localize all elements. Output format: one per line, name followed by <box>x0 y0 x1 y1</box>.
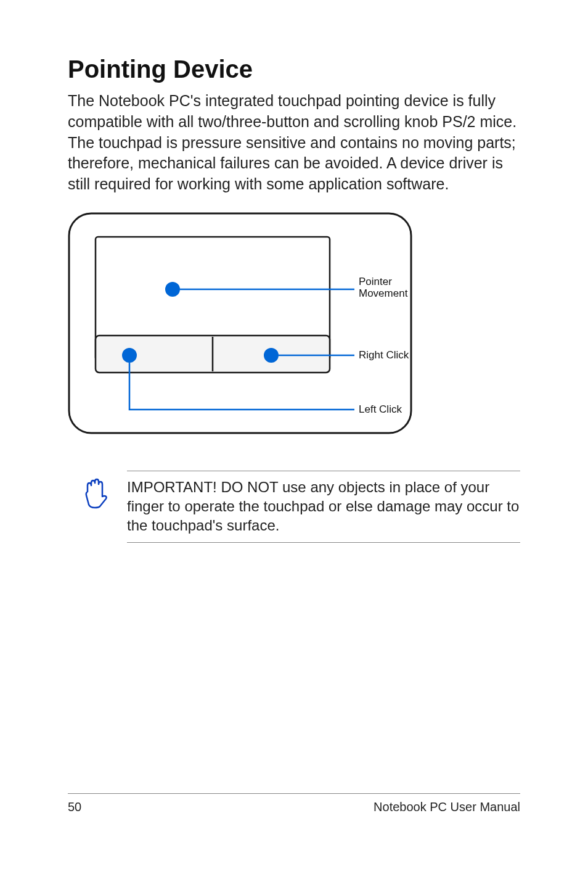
touchpad-outline <box>69 213 411 433</box>
intro-paragraph: The Notebook PC's integrated touchpad po… <box>68 91 520 195</box>
pointer-movement-label-line2: Movement <box>359 287 408 299</box>
notice-icon-column <box>81 471 110 511</box>
hand-stop-icon <box>81 477 110 509</box>
pointer-movement-label-line1: Pointer <box>359 276 392 287</box>
touchpad-diagram-svg: Pointer Movement Right Click Left Click <box>68 212 524 434</box>
touchpad-diagram: Pointer Movement Right Click Left Click <box>68 212 520 437</box>
important-notice: IMPORTANT! DO NOT use any objects in pla… <box>81 471 520 543</box>
pointer-dot <box>165 282 180 297</box>
left-click-dot <box>122 348 137 363</box>
right-click-dot <box>264 348 279 363</box>
page-number: 50 <box>68 800 81 814</box>
notice-text-column: IMPORTANT! DO NOT use any objects in pla… <box>127 471 520 543</box>
page: Pointing Device The Notebook PC's integr… <box>0 0 588 887</box>
manual-title: Notebook PC User Manual <box>374 800 520 814</box>
section-title: Pointing Device <box>68 56 520 83</box>
page-footer: 50 Notebook PC User Manual <box>68 793 520 814</box>
left-click-label: Left Click <box>359 403 402 415</box>
notice-text: IMPORTANT! DO NOT use any objects in pla… <box>127 477 520 535</box>
right-click-label: Right Click <box>359 349 409 361</box>
